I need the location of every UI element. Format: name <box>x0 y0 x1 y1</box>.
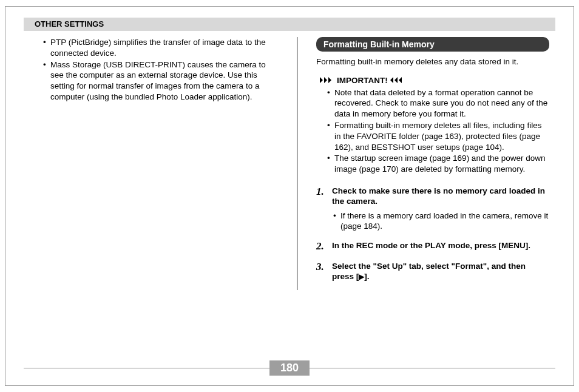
step-body: Select the "Set Up" tab, select "Format"… <box>332 261 549 282</box>
right-column: Formatting Built-in Memory Formatting bu… <box>316 37 555 290</box>
chevron-left-decor-icon <box>390 76 405 84</box>
step-text: In the REC mode or the PLAY mode, press … <box>332 241 530 250</box>
step-sub-list: If there is a memory card loaded in the … <box>332 211 549 232</box>
left-column: PTP (PictBridge) simplifies the transfer… <box>24 37 279 290</box>
step-body: Check to make sure there is no memory ca… <box>332 186 549 232</box>
list-item: Note that data deleted by a format opera… <box>326 87 549 120</box>
section-intro: Formatting built-in memory deletes any d… <box>316 56 549 67</box>
list-item: Mass Storage (USB DIRECT-PRINT) causes t… <box>42 59 275 103</box>
page-number: 180 <box>269 360 310 376</box>
footer-rule <box>310 368 555 369</box>
step-text-suffix: ]. <box>364 272 369 281</box>
step-body: In the REC mode or the PLAY mode, press … <box>332 240 549 252</box>
page-footer: 180 <box>24 360 555 376</box>
section-title-pill: Formatting Built-in Memory <box>316 37 549 52</box>
important-text: IMPORTANT! <box>337 76 388 85</box>
footer-rule <box>24 368 269 369</box>
step-number: 3. <box>316 261 332 282</box>
chevron-right-decor-icon <box>320 76 334 84</box>
play-right-icon: ▶ <box>359 272 364 281</box>
column-divider <box>297 37 298 290</box>
important-block: IMPORTANT! Note that data deleted by a f… <box>320 76 549 175</box>
content-columns: PTP (PictBridge) simplifies the transfer… <box>24 37 555 290</box>
important-list: Note that data deleted by a format opera… <box>326 87 549 175</box>
list-item: If there is a memory card loaded in the … <box>332 211 549 232</box>
page-frame: OTHER SETTINGS PTP (PictBridge) simplifi… <box>5 6 574 386</box>
important-label: IMPORTANT! <box>320 76 549 85</box>
list-item: The startup screen image (page 169) and … <box>326 153 549 175</box>
usb-settings-list: PTP (PictBridge) simplifies the transfer… <box>42 37 275 103</box>
list-item: Formatting built-in memory deletes all f… <box>326 120 549 152</box>
step-3: 3. Select the "Set Up" tab, select "Form… <box>316 261 549 282</box>
step-2: 2. In the REC mode or the PLAY mode, pre… <box>316 240 549 252</box>
step-1: 1. Check to make sure there is no memory… <box>316 186 549 232</box>
list-item: PTP (PictBridge) simplifies the transfer… <box>42 37 275 59</box>
step-number: 1. <box>316 186 332 232</box>
step-number: 2. <box>316 240 332 252</box>
section-header: OTHER SETTINGS <box>24 18 555 31</box>
step-text: Check to make sure there is no memory ca… <box>332 186 545 206</box>
